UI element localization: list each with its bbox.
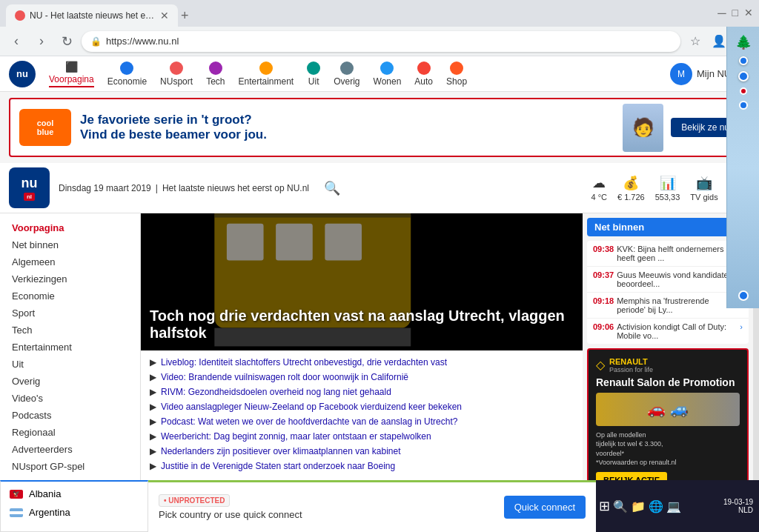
ad-person-image: 🧑 — [623, 104, 663, 152]
taskbar-chrome-icon[interactable]: 🌐 — [649, 499, 663, 513]
nav-entertainment[interactable]: Entertainment — [238, 61, 294, 87]
forward-button[interactable]: › — [31, 31, 52, 52]
renault-cars-image: 🚗 🚙 — [596, 393, 740, 426]
bookmark-icon[interactable]: ☆ — [685, 31, 706, 52]
sidebar-item-voorpagina[interactable]: Voorpagina — [0, 219, 140, 236]
map-dot-5 — [738, 290, 749, 301]
sidebar-item-sport[interactable]: Sport — [0, 305, 140, 322]
sidebar-item-adverteerders[interactable]: Adverteerders — [0, 441, 140, 458]
sidebar-item-verkiezingen[interactable]: Verkiezingen — [0, 270, 140, 287]
argentina-flag — [10, 508, 23, 517]
sidebar-item-uit[interactable]: Uit — [0, 356, 140, 373]
bullet-6: ▶ — [150, 446, 156, 456]
refresh-button[interactable]: ↻ — [56, 31, 77, 52]
taskbar-search-icon[interactable]: 🔍 — [613, 499, 628, 513]
new-tab-button[interactable]: + — [178, 5, 192, 27]
bullet-0: ▶ — [150, 357, 156, 368]
news-item-3[interactable]: ▶ Video aanslagpleger Nieuw-Zeeland op F… — [150, 399, 574, 414]
nav-economie[interactable]: Economie — [107, 61, 147, 87]
breaking-item-3[interactable]: 09:06 Activision kondigt Call of Duty: M… — [587, 319, 749, 344]
toolbar: ‹ › ↻ 🔒 https://www.nu.nl ☆ 👤 ⋮ — [0, 27, 759, 56]
hero-text: Toch nog drie verdachten vast na aanslag… — [150, 307, 574, 342]
nav-icon-economie — [120, 61, 133, 75]
nav-icon-shop — [450, 61, 463, 75]
site-logo-nav: nu — [9, 61, 36, 87]
nav-label-voorpagina: Voorpagina — [49, 74, 94, 84]
sidebar-item-nusport-gp[interactable]: NUsport GP-spel — [0, 458, 140, 475]
sidebar-item-tech[interactable]: Tech — [0, 322, 140, 339]
sidebar-item-entertainment[interactable]: Entertainment — [0, 339, 140, 356]
sidebar-item-net-binnen[interactable]: Net binnen — [0, 236, 140, 253]
news-item-5[interactable]: ▶ Weerbericht: Dag begint zonnig, maar l… — [150, 429, 574, 444]
tab-close-button[interactable]: ✕ — [160, 10, 169, 21]
bullet-2: ▶ — [150, 387, 156, 397]
nav-auto[interactable]: Auto — [414, 61, 433, 87]
news-item-6[interactable]: ▶ Nederlanders zijn positiever over klim… — [150, 444, 574, 459]
nav-uit[interactable]: Uit — [307, 61, 320, 87]
news-text-0: Liveblog: Identiteit slachtoffers Utrech… — [161, 357, 447, 368]
vpn-status-bar: • UNPROTECTED Pick country or use quick … — [148, 480, 596, 532]
breaking-item-1[interactable]: 09:37 Guus Meeuwis vond kandidaten beoor… — [587, 267, 749, 293]
nav-voorpagina[interactable]: ⬛ Voorpagina — [49, 61, 94, 87]
sidebar-item-overig[interactable]: Overig — [0, 373, 140, 390]
tv-icon: 📺 — [696, 175, 712, 191]
news-text-5: Weerbericht: Dag begint zonnig, maar lat… — [161, 431, 431, 442]
nav-icon-tech — [209, 61, 222, 75]
news-item-7[interactable]: ▶ Justitie in de Verenigde Staten start … — [150, 459, 574, 473]
news-text-6: Nederlanders zijn positiever over klimaa… — [161, 446, 401, 456]
ad-brand-logo: coolblue — [19, 109, 71, 146]
breaking-item-2[interactable]: 09:18 Memphis na 'frustrerende periode' … — [587, 293, 749, 319]
windows-start-button[interactable]: ⊞ — [599, 498, 610, 514]
news-item-1[interactable]: ▶ Video: Brandende vuilniswagen rolt doo… — [150, 370, 574, 385]
breaking-news-list: 09:38 KVK: Bijna helft ondernemers heeft… — [587, 241, 749, 344]
sidebar-item-economie[interactable]: Economie — [0, 287, 140, 305]
sidebar-item-algemeen[interactable]: Algemeen — [0, 253, 140, 270]
news-item-0[interactable]: ▶ Liveblog: Identiteit slachtoffers Utre… — [150, 355, 574, 370]
maximize-button[interactable]: □ — [732, 7, 738, 20]
nav-label-economie: Economie — [107, 76, 147, 87]
sidebar-item-podcasts[interactable]: Podcasts — [0, 407, 140, 424]
main-content: coolblue Je favoriete serie in 't groot?… — [0, 92, 759, 532]
news-item-4[interactable]: ▶ Podcast: Wat weten we over de hoofdver… — [150, 414, 574, 429]
news-text-7: Justitie in de Verenigde Staten start on… — [161, 461, 395, 471]
minimize-button[interactable]: ─ — [717, 7, 726, 20]
tv-widget[interactable]: 📺 TV gids — [690, 175, 717, 202]
vpn-overlay: 🦅 Albania Argentina • UNPROTECTED Pick c… — [0, 480, 759, 532]
bullet-3: ▶ — [150, 402, 156, 412]
sidebar-item-videos[interactable]: Video's — [0, 390, 140, 407]
hero-image: Toch nog drie verdachten vast na aanslag… — [141, 213, 583, 350]
country-item-albania[interactable]: 🦅 Albania — [1, 485, 148, 503]
nav-label-tech: Tech — [206, 76, 225, 87]
price-widget: 💰 € 1.726 — [617, 175, 645, 202]
nav-overig[interactable]: Overig — [334, 61, 359, 87]
lock-icon: 🔒 — [90, 36, 102, 47]
nav-nusport[interactable]: NUsport — [160, 61, 193, 87]
breaking-item-0[interactable]: 09:38 KVK: Bijna helft ondernemers heeft… — [587, 241, 749, 267]
news-item-2[interactable]: ▶ RIVM: Gezondheidsdoelen overheid nog l… — [150, 385, 574, 399]
taskbar-nld: NLD — [723, 506, 753, 514]
nav-icon-uit — [307, 61, 320, 75]
taskbar-app-icon[interactable]: 💻 — [666, 499, 681, 513]
taskbar-files-icon[interactable]: 📁 — [631, 499, 646, 513]
address-bar[interactable]: 🔒 https://www.nu.nl — [82, 31, 680, 52]
quick-connect-button[interactable]: Quick connect — [504, 496, 586, 519]
bullet-7: ▶ — [150, 461, 156, 471]
renault-offer-text: Op alle modellen tijdelijk tot wel € 3.3… — [596, 430, 740, 468]
breaking-arrow-3: › — [740, 322, 743, 340]
renault-tagline: Passion for life — [609, 366, 653, 373]
back-button[interactable]: ‹ — [6, 31, 27, 52]
sidebar-item-regionaal[interactable]: Regionaal — [0, 424, 140, 441]
site-header: nu nl Dinsdag 19 maart 2019 | Het laatst… — [0, 163, 759, 213]
close-button[interactable]: ✕ — [744, 7, 753, 20]
nav-shop[interactable]: Shop — [446, 61, 467, 87]
nav-icon-wonen — [380, 61, 394, 75]
bullet-4: ▶ — [150, 416, 156, 427]
search-button[interactable]: 🔍 — [324, 180, 340, 196]
map-dot-2 — [738, 71, 749, 82]
nav-tech[interactable]: Tech — [206, 61, 225, 87]
nav-label-shop: Shop — [446, 76, 467, 87]
nav-wonen[interactable]: Wonen — [374, 61, 402, 87]
browser-tab[interactable]: NU - Het laatste nieuws het eerst ✕ — [6, 4, 178, 27]
count-text: 553,33 — [655, 193, 680, 202]
country-item-argentina[interactable]: Argentina — [1, 503, 148, 522]
